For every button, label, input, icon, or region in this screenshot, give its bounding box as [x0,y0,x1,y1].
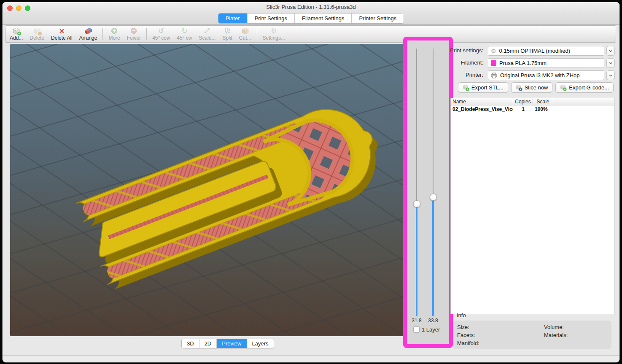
chevron-down-icon [608,49,613,54]
status-bar [3,355,619,362]
arrange-label: Arrange [79,35,97,41]
fewer-minus-icon [130,27,137,35]
split-dots-icon [224,27,231,35]
delete-all-button[interactable]: × Delete All [48,26,76,42]
layer-slider-high-track-upper[interactable] [433,49,434,197]
rotate-cw-button[interactable]: ↻ 45° cw [173,26,195,42]
objects-table-header: Name Copies Scale [451,98,614,105]
printer-value: Original Prusa i3 MK2 with ZHop [500,72,580,78]
tab-plater[interactable]: Plater [218,13,248,23]
info-section-title: Info [457,312,466,318]
layer-slider-low-handle[interactable] [413,200,420,208]
view-mode-tabs: 3D 2D Preview Layers [181,339,274,348]
add-cube-icon: + [13,27,20,35]
more-button[interactable]: More [105,26,123,42]
printer-dropdown-button[interactable] [606,70,615,80]
filament-swatch [491,60,496,66]
view-tab-layers[interactable]: Layers [247,339,274,348]
layer-slider-low-value: 31.8 [407,318,426,324]
rotate-cw-label: 45° cw [177,35,192,41]
title-bar: Slic3r Prusa Edition - 1.31.6-prusa3d [3,2,619,12]
toolbar: + Add... Delete × Delete All Arrange [5,25,616,43]
export-stl-label: Export STL... [471,84,504,91]
slice-now-button[interactable]: Slice now [511,82,553,93]
more-label: More [108,35,120,41]
one-layer-checkbox[interactable] [413,326,420,333]
filament-combo[interactable]: Prusa PLA 1.75mm [488,58,604,68]
more-plus-icon [111,27,118,35]
info-facets-label: Facets: [457,332,475,338]
chevron-down-icon [608,61,613,66]
rotate-ccw-button[interactable]: ↺ 45° ccw [149,26,173,42]
cut-label: Cut... [239,35,251,41]
export-gcode-button[interactable]: Export G-code... [555,82,614,93]
delete-label: Delete [30,35,44,41]
column-header-scale: Scale [533,98,553,105]
action-buttons: Export STL... Slice now Export G-code... [458,82,614,93]
arrange-button[interactable]: Arrange [76,26,101,42]
rotate-cw-icon: ↻ [181,27,187,35]
gcode-preview-render [10,44,406,336]
layer-slider-low-track-upper[interactable] [416,49,417,204]
printer-icon [491,73,497,78]
rotate-ccw-icon: ↺ [158,27,164,35]
info-box: Size: Facets: Manifold: Volume: Material… [453,321,611,349]
delete-cube-icon [33,27,40,35]
gear-icon: ⚙ [491,48,496,54]
delete-all-x-icon: × [59,27,65,35]
tab-printer-settings[interactable]: Printer Settings [352,13,404,23]
fewer-label: Fewer [127,35,141,41]
info-manifold-label: Manifold: [457,340,479,346]
slice-now-label: Slice now [525,84,548,91]
export-gcode-label: Export G-code... [569,84,609,91]
layer-slider-low-track-lower[interactable] [416,204,417,316]
delete-all-label: Delete All [51,35,73,41]
add-button[interactable]: + Add... [6,26,26,42]
split-button[interactable]: Split [219,26,235,42]
column-header-copies: Copies [513,98,533,105]
print-settings-combo[interactable]: ⚙ 0.15mm OPTIMAL (modified) [488,46,604,56]
scale-arrows-icon [204,27,210,35]
tab-filament-settings[interactable]: Filament Settings [295,13,352,23]
rotate-ccw-label: 45° ccw [152,35,170,41]
info-materials-label: Materials: [544,332,568,338]
chevron-down-icon [608,73,613,78]
object-name-cell: 02_DiodePress_Vise_ViceB... [451,106,513,112]
filament-dropdown-button[interactable] [606,58,615,68]
layer-slider-high-value: 33.8 [424,318,442,324]
gear-icon: ⚙ [271,27,277,35]
view-tab-2d[interactable]: 2D [199,339,217,348]
arrange-cubes-icon [84,27,92,35]
preview-3d-canvas[interactable] [10,44,406,336]
export-stl-icon [463,84,469,91]
one-layer-label: 1 Layer [422,326,440,333]
fewer-button[interactable]: Fewer [124,26,144,42]
view-tab-preview[interactable]: Preview [217,339,247,348]
printer-label: Printer: [448,72,483,78]
cut-cube-icon [242,27,249,35]
tab-print-settings[interactable]: Print Settings [248,13,295,23]
view-tab-3d[interactable]: 3D [182,339,199,348]
cut-button[interactable]: Cut... [236,26,255,42]
layer-slider-high-track-lower[interactable] [432,197,434,316]
delete-button[interactable]: Delete [26,26,48,42]
layer-slider-panel: 31.8 33.8 1 Layer [407,40,450,344]
export-gcode-icon [560,84,567,91]
filament-value: Prusa PLA 1.75mm [499,60,547,66]
main-tabs: Plater Print Settings Filament Settings … [218,13,404,24]
table-row[interactable]: 02_DiodePress_Vise_ViceB... 1 100% [451,105,614,113]
print-settings-label: Print settings: [448,47,483,54]
layer-slider-high-handle[interactable] [430,194,437,201]
print-settings-dropdown-button[interactable] [606,46,615,56]
add-label: Add... [10,35,23,41]
window-title: Slic3r Prusa Edition - 1.31.6-prusa3d [3,4,619,10]
app-window: Slic3r Prusa Edition - 1.31.6-prusa3d Pl… [3,2,619,362]
main-tab-bar: Plater Print Settings Filament Settings … [3,12,619,25]
export-stl-button[interactable]: Export STL... [458,82,508,93]
printer-combo[interactable]: Original Prusa i3 MK2 with ZHop [488,70,604,80]
toolbar-separator [146,28,147,40]
filament-label: Filament: [448,59,483,66]
toolbar-separator [102,28,103,40]
settings-button[interactable]: ⚙ Settings... [259,26,288,42]
scale-button[interactable]: Scale... [195,26,219,42]
